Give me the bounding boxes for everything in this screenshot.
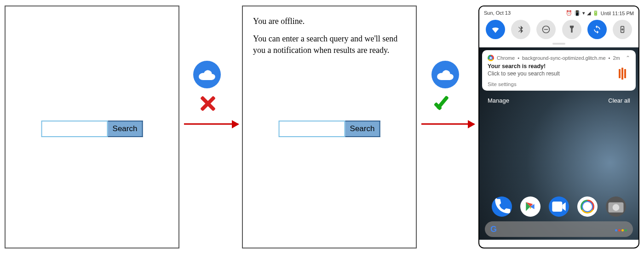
assistant-icon[interactable] [615,225,627,233]
quick-settings-panel: Sun, Oct 13 ⏰ 📳 ▾ ◢ 🔋 Until 11:15 PM [479,6,638,47]
status-bar: Sun, Oct 13 ⏰ 📳 ▾ ◢ 🔋 Until 11:15 PM [484,10,634,16]
camera-app-icon[interactable] [606,196,626,217]
qs-bluetooth[interactable] [511,20,530,39]
panel-offline-message: You are offline. You can enter a search … [242,6,417,248]
battery-icon: 🔋 [592,10,599,16]
arrow-1 [184,123,238,125]
search-button[interactable]: Search [345,121,380,137]
offline-text-block: You are offline. You can enter a search … [243,6,416,56]
bullet: • [609,55,610,61]
alarm-icon: ⏰ [566,10,572,16]
offline-title: You are offline. [253,16,406,27]
check-mark-icon [434,94,455,112]
notification-card[interactable]: ⌃ Chrome • background-sync-optimized.gli… [482,50,636,91]
signal-icon: ◢ [587,10,591,16]
search-input[interactable] [279,121,345,137]
qs-battery-saver[interactable] [613,20,632,39]
status-right: ⏰ 📳 ▾ ◢ 🔋 Until 11:15 PM [566,10,634,16]
site-settings-link[interactable]: Site settings [488,81,630,87]
search-row: Search [279,121,380,137]
notification-app-icon [618,68,630,80]
vibrate-icon: 📳 [574,10,581,16]
clear-all-button[interactable]: Clear all [608,97,630,104]
notif-site: background-sync-optimized.glitch.me [522,55,606,61]
search-button[interactable]: Search [108,121,143,137]
duo-app-icon[interactable] [549,196,569,217]
chrome-icon [488,55,494,61]
bullet: • [518,55,519,61]
notification-actions: Manage Clear all [482,91,636,106]
notif-app: Chrome [497,55,515,61]
notification-title: Your search is ready! [488,63,630,69]
status-until: Until 11:15 PM [601,11,634,16]
panel-initial: Search [5,6,179,248]
notif-age: 2m [613,55,620,61]
chrome-app-icon[interactable] [577,196,598,217]
arrow-2 [421,123,474,125]
play-store-icon[interactable] [520,196,540,217]
qs-flashlight[interactable] [562,20,581,39]
search-row: Search [41,121,143,137]
google-search-bar[interactable]: G [485,221,633,237]
manage-button[interactable]: Manage [488,97,509,104]
x-mark-icon [198,94,216,113]
chevron-up-icon[interactable]: ⌃ [626,55,630,61]
phone-body: ⌃ Chrome • background-sync-optimized.gli… [479,47,638,240]
status-date: Sun, Oct 13 [484,10,511,16]
offline-message: You can enter a search query and we'll s… [253,33,406,56]
google-logo-icon: G [490,225,497,234]
wifi-icon: ▾ [582,10,585,16]
notification-body: Click to see you search result [488,70,630,77]
qs-dnd[interactable] [536,20,556,39]
svg-point-7 [613,204,620,211]
cloud-offline-icon [193,61,221,88]
phone-app-icon[interactable] [492,196,512,217]
svg-rect-5 [552,202,562,212]
quick-settings-row [484,20,634,41]
qs-autorotate[interactable] [587,20,607,39]
search-input[interactable] [41,121,108,137]
notification-source: Chrome • background-sync-optimized.glitc… [488,55,630,61]
cloud-online-icon [431,61,459,88]
panel-phone: Sun, Oct 13 ⏰ 📳 ▾ ◢ 🔋 Until 11:15 PM [478,6,639,248]
app-dock [479,196,638,217]
drag-handle[interactable] [552,43,565,45]
qs-wifi[interactable] [486,20,505,39]
